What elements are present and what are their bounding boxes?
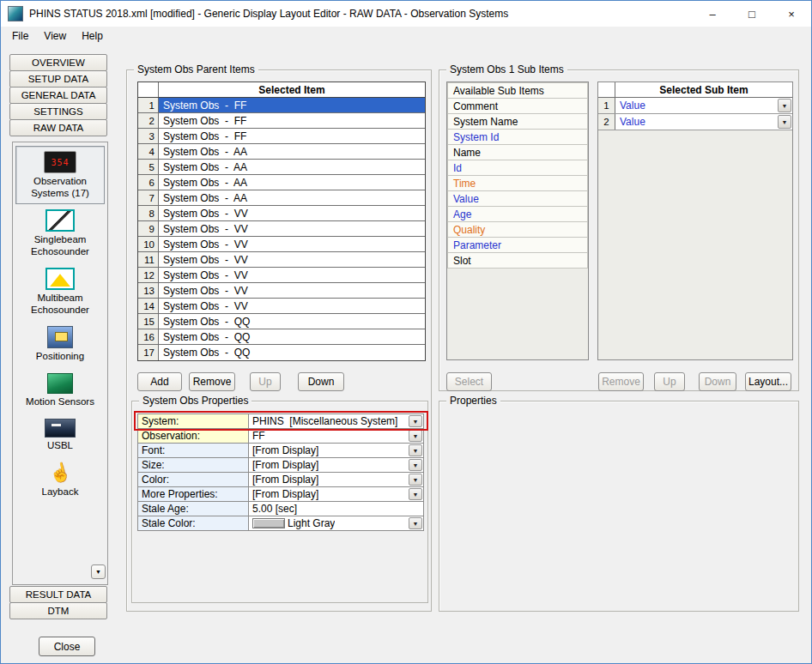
table-row[interactable]: 11 System Obs - VV: [138, 252, 425, 268]
title-bar[interactable]: PHINS STATUS 2018.xml [modified] - Gener…: [1, 1, 811, 27]
table-row[interactable]: 10 System Obs - VV: [138, 237, 425, 252]
sidebar-item[interactable]: USBL: [15, 413, 105, 457]
table-row[interactable]: 8 System Obs - VV: [138, 206, 425, 221]
property-combobox[interactable]: PHINS [Miscellaneous System] ▼: [249, 413, 424, 429]
positioning-icon: [47, 326, 73, 348]
table-row[interactable]: 9 System Obs - VV: [138, 221, 425, 237]
table-row[interactable]: 4 System Obs - AA: [138, 144, 425, 160]
property-combobox[interactable]: Light Gray ▼: [249, 516, 424, 531]
dropdown-arrow-icon[interactable]: ▼: [409, 488, 422, 500]
maximize-button[interactable]: □: [732, 1, 772, 27]
sidebar-item[interactable]: ☝ Layback: [15, 456, 105, 504]
property-combobox[interactable]: 5.00 [sec] ▼: [249, 501, 424, 516]
dropdown-arrow-icon[interactable]: ▼: [409, 430, 422, 442]
table-row[interactable]: 14 System Obs - VV: [138, 299, 425, 314]
table-row[interactable]: 17 System Obs - QQ: [138, 345, 425, 360]
sidebar-item[interactable]: 354 Observation Systems (17): [15, 146, 105, 204]
minimize-button[interactable]: –: [693, 1, 732, 27]
sidebar-item[interactable]: Positioning: [15, 321, 105, 368]
table-row[interactable]: 6 System Obs - AA: [138, 175, 425, 190]
available-sub-item[interactable]: System Name: [447, 113, 588, 130]
close-window-button[interactable]: ×: [772, 1, 811, 27]
menu-item[interactable]: View: [36, 27, 74, 45]
sidebar-item-label: Positioning: [21, 351, 100, 363]
list-button[interactable]: Up: [250, 372, 281, 391]
caption-buttons: – □ ×: [693, 1, 811, 27]
table-row[interactable]: 3 System Obs - FF: [138, 129, 425, 144]
table-row[interactable]: 12 System Obs - VV: [138, 268, 425, 283]
nav-button[interactable]: RAW DATA: [9, 119, 107, 136]
sidebar-item[interactable]: Motion Sensors: [15, 368, 105, 413]
list-button[interactable]: Add: [137, 372, 182, 391]
available-sub-item[interactable]: Id: [447, 160, 588, 176]
sub-item-combobox[interactable]: Value ▼: [615, 98, 792, 113]
available-sub-item[interactable]: Slot: [447, 252, 588, 269]
sub-item-combobox[interactable]: Value ▼: [615, 114, 792, 130]
sub-item-button[interactable]: Up: [654, 372, 685, 391]
property-value: 5.00 [sec]: [252, 503, 297, 515]
row-label: System Obs - VV: [159, 206, 425, 220]
dropdown-arrow-icon[interactable]: ▼: [409, 415, 422, 427]
table-row[interactable]: 1 System Obs - FF: [138, 98, 425, 113]
available-sub-item[interactable]: Quality: [447, 221, 588, 238]
dropdown-arrow-icon[interactable]: ▼: [409, 517, 422, 529]
row-label: System Obs - AA: [159, 144, 425, 159]
available-sub-item[interactable]: Comment: [447, 98, 588, 114]
row-number: 8: [138, 206, 159, 220]
sidebar-item[interactable]: Singlebeam Echosounder: [15, 204, 105, 263]
selected-sub-item-row: 2 Value ▼: [598, 114, 792, 130]
table-row[interactable]: 5 System Obs - AA: [138, 160, 425, 175]
dropdown-arrow-icon[interactable]: ▼: [778, 115, 791, 129]
row-label: System Obs - VV: [159, 221, 425, 236]
property-row: Observation: FF ▼: [137, 428, 424, 444]
available-sub-item[interactable]: Name: [447, 144, 588, 160]
table-row[interactable]: 7 System Obs - AA: [138, 190, 425, 206]
menu-item[interactable]: File: [4, 27, 36, 45]
dropdown-arrow-icon[interactable]: ▼: [778, 99, 791, 112]
sidebar-item[interactable]: Multibeam Echosounder: [15, 263, 105, 321]
property-combobox[interactable]: FF ▼: [249, 428, 424, 444]
table-row[interactable]: 2 System Obs - FF: [138, 113, 425, 129]
sub-item-button[interactable]: Down: [699, 372, 736, 391]
property-row: More Properties: [From Display] ▼: [137, 486, 424, 502]
property-label: Color:: [137, 472, 249, 487]
nav-button[interactable]: DTM: [9, 602, 107, 619]
nav-button[interactable]: SETTINGS: [9, 103, 107, 120]
select-button[interactable]: Select: [446, 372, 492, 391]
list-button[interactable]: Remove: [189, 372, 235, 391]
multibeam-chart-icon: [45, 268, 75, 290]
property-label: Stale Age:: [137, 501, 249, 516]
scroll-down-button[interactable]: ▼: [91, 564, 106, 579]
list-button[interactable]: Down: [298, 372, 344, 391]
sub-item-button[interactable]: Remove: [598, 372, 644, 391]
available-sub-item[interactable]: Value: [447, 190, 588, 207]
nav-button[interactable]: SETUP DATA: [9, 70, 107, 88]
property-combobox[interactable]: [From Display] ▼: [249, 486, 424, 502]
row-label: System Obs - FF: [159, 113, 425, 128]
available-sub-item[interactable]: Age: [447, 206, 588, 222]
close-button[interactable]: Close: [39, 637, 95, 656]
menu-item[interactable]: Help: [74, 27, 111, 45]
property-combobox[interactable]: [From Display] ▼: [249, 443, 424, 458]
dropdown-arrow-icon[interactable]: ▼: [409, 459, 422, 471]
available-sub-item[interactable]: System Id: [447, 129, 588, 145]
layback-cursor-icon: ☝: [44, 462, 76, 484]
property-combobox[interactable]: [From Display] ▼: [249, 472, 424, 487]
row-label: System Obs - VV: [159, 299, 425, 313]
property-combobox[interactable]: [From Display] ▼: [249, 457, 424, 473]
row-label: System Obs - QQ: [159, 345, 425, 360]
available-sub-item[interactable]: Parameter: [447, 237, 588, 253]
nav-button[interactable]: GENERAL DATA: [9, 87, 107, 104]
color-swatch: [252, 518, 285, 528]
table-row[interactable]: 13 System Obs - VV: [138, 283, 425, 299]
table-row[interactable]: 16 System Obs - QQ: [138, 329, 425, 345]
nav-button[interactable]: RESULT DATA: [9, 586, 107, 603]
dropdown-arrow-icon[interactable]: ▼: [409, 444, 422, 456]
table-row[interactable]: 15 System Obs - QQ: [138, 314, 425, 329]
row-number: 12: [138, 268, 159, 282]
dropdown-arrow-icon[interactable]: ▼: [409, 474, 422, 486]
property-value: FF: [252, 430, 265, 442]
nav-button[interactable]: OVERVIEW: [9, 54, 107, 71]
available-sub-item[interactable]: Time: [447, 175, 588, 191]
sub-item-button[interactable]: Layout...: [745, 372, 791, 391]
